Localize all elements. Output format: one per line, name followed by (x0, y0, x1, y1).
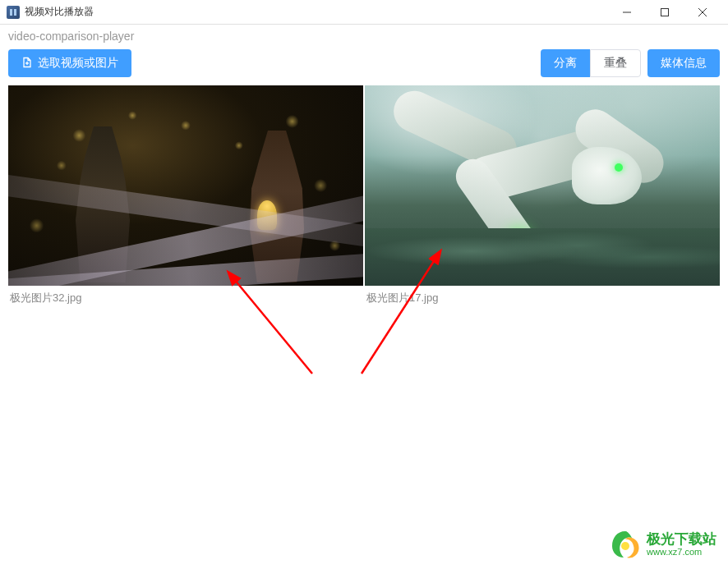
close-button[interactable] (684, 0, 721, 25)
file-icon (21, 57, 33, 71)
watermark-url: www.xz7.com (647, 547, 716, 558)
media-item: 极光图片17.jpg (365, 85, 720, 310)
media-thumbnail-2[interactable] (365, 85, 720, 286)
media-content: 极光图片32.jpg 极光图片17.jpg (0, 85, 728, 310)
select-media-button[interactable]: 选取视频或图片 (8, 49, 131, 77)
app-subtitle: video-comparison-player (0, 25, 728, 46)
separate-button[interactable]: 分离 (541, 49, 590, 77)
toolbar: 选取视频或图片 分离 重叠 媒体信息 (0, 46, 728, 85)
media-filename: 极光图片32.jpg (8, 286, 363, 310)
watermark-logo-icon (609, 528, 642, 561)
view-mode-group: 分离 重叠 (541, 49, 641, 77)
titlebar: 视频对比播放器 (0, 0, 728, 25)
overlap-button[interactable]: 重叠 (590, 49, 641, 77)
window-title: 视频对比播放器 (25, 5, 608, 19)
media-filename: 极光图片17.jpg (365, 286, 720, 310)
svg-rect-3 (661, 8, 669, 16)
media-info-button[interactable]: 媒体信息 (647, 49, 720, 77)
watermark: 极光下载站 www.xz7.com (609, 528, 716, 561)
window-controls (608, 0, 721, 25)
maximize-button[interactable] (646, 0, 684, 25)
svg-point-12 (621, 542, 629, 550)
media-item: 极光图片32.jpg (8, 85, 363, 310)
media-thumbnail-1[interactable] (8, 85, 363, 286)
app-icon (7, 6, 20, 19)
svg-rect-0 (10, 9, 12, 16)
select-media-label: 选取视频或图片 (38, 56, 118, 71)
minimize-button[interactable] (608, 0, 646, 25)
watermark-title: 极光下载站 (647, 531, 716, 548)
svg-rect-1 (14, 9, 16, 16)
